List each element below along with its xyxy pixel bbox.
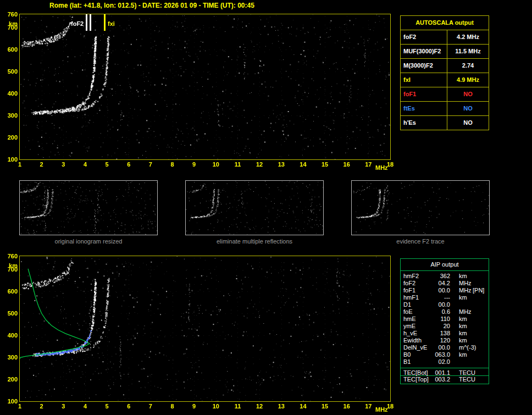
autoscala-param-value: NO bbox=[447, 87, 489, 101]
y-axis-tick-label: 760 bbox=[2, 11, 18, 18]
aip-param-unit: m^(-3) bbox=[459, 344, 476, 351]
y-axis-tick-label: 700 bbox=[2, 266, 18, 273]
thumbnail-caption-2: eliminate multiple reflections bbox=[185, 238, 324, 245]
x-axis-tick-label: 5 bbox=[101, 161, 114, 168]
y-axis-tick-label: 600 bbox=[2, 288, 18, 295]
aip-param-value: --- bbox=[420, 294, 450, 301]
fof2-marker-line bbox=[86, 14, 87, 31]
ionogram-canvas-top bbox=[20, 14, 390, 159]
aip-param-value: 02.0 bbox=[420, 358, 450, 366]
x-axis-tick-label: 11 bbox=[231, 403, 244, 410]
x-axis-tick-label: 2 bbox=[35, 403, 48, 410]
autoscala-param-name: h'Es bbox=[401, 116, 447, 130]
fxi-marker-label: fxi bbox=[108, 20, 115, 27]
aip-param-name: h_vE bbox=[403, 330, 417, 337]
aip-param-value: 120 bbox=[420, 337, 450, 344]
autoscala-row-h-es: h'EsNO bbox=[401, 116, 489, 130]
aip-param-name: foE bbox=[403, 308, 413, 316]
aip-output-box: AIP output hmF2362kmfoF204.2MHzfoF100.0M… bbox=[400, 258, 489, 376]
aip-param-value: 04.2 bbox=[420, 280, 450, 287]
y-axis-tick-label: 300 bbox=[2, 354, 18, 361]
aip-param-name: hmF2 bbox=[403, 273, 419, 280]
autoscala-param-value: 2.74 bbox=[447, 59, 489, 73]
x-axis-unit-label: MHz bbox=[375, 406, 388, 413]
aip-param-value: 00.0 bbox=[420, 301, 450, 308]
fof2-marker-label: foF2 bbox=[71, 20, 84, 27]
autoscala-param-value: 4.9 MHz bbox=[447, 73, 489, 87]
x-axis-tick-label: 5 bbox=[101, 403, 114, 410]
x-axis-tick-label: 17 bbox=[362, 161, 375, 168]
aip-param-value: 003.2 bbox=[420, 376, 450, 383]
aip-row-fof1: foF100.0MHz[PN] bbox=[401, 287, 489, 294]
aip-tec-bottom-row: TEC[Bot]001.1TECU bbox=[401, 368, 489, 377]
thumbnail-original-ionogram bbox=[19, 180, 158, 235]
aip-param-unit: km bbox=[459, 273, 467, 280]
aip-param-name: foF2 bbox=[403, 280, 415, 287]
x-axis-tick-label: 17 bbox=[362, 403, 375, 410]
x-axis-unit-label: MHz bbox=[375, 164, 388, 171]
y-axis-unit-label: km bbox=[2, 262, 18, 269]
x-axis-tick-label: 1 bbox=[13, 403, 26, 410]
y-axis-tick-label: 500 bbox=[2, 68, 18, 75]
x-axis-tick-label: 14 bbox=[296, 403, 309, 410]
thumbnail-canvas-2 bbox=[186, 181, 323, 235]
y-axis-tick-label: 200 bbox=[2, 376, 18, 383]
y-axis-tick-label: 600 bbox=[2, 46, 18, 53]
aip-param-name: B1 bbox=[403, 358, 411, 366]
page-title: Rome (lat: +41.8, lon: 012.5) - DATE: 20… bbox=[49, 2, 254, 9]
aip-param-value: 063.0 bbox=[420, 351, 450, 358]
x-axis-tick-label: 15 bbox=[318, 161, 331, 168]
x-axis-tick-label: 12 bbox=[253, 403, 266, 410]
aip-param-unit: km bbox=[459, 330, 467, 337]
y-axis-tick-label: 100 bbox=[2, 398, 18, 405]
aip-row-foe: foE0.6MHz bbox=[401, 308, 489, 316]
x-axis-tick-label: 9 bbox=[187, 161, 201, 168]
aip-param-name: Ewidth bbox=[403, 337, 422, 344]
autoscala-param-name: ftEs bbox=[401, 102, 447, 115]
aip-param-value: 138 bbox=[420, 330, 450, 337]
autoscala-param-name: MUF(3000)F2 bbox=[401, 45, 447, 58]
aip-param-name: B0 bbox=[403, 351, 411, 358]
x-axis-tick-label: 6 bbox=[122, 403, 135, 410]
y-axis-tick-label: 760 bbox=[2, 253, 18, 259]
autoscala-param-value: 11.5 MHz bbox=[447, 45, 489, 58]
x-axis-tick-label: 4 bbox=[79, 403, 92, 410]
thumbnail-canvas-1 bbox=[20, 181, 157, 235]
autoscala-param-value: 4.2 MHz bbox=[447, 30, 489, 44]
x-axis-tick-label: 1 bbox=[13, 161, 26, 168]
x-axis-tick-label: 10 bbox=[209, 161, 223, 168]
y-axis-tick-label: 400 bbox=[2, 90, 18, 97]
x-axis-tick-label: 11 bbox=[231, 161, 244, 168]
aip-row-b1: B102.0 bbox=[401, 358, 489, 366]
y-axis-tick-label: 300 bbox=[2, 112, 18, 119]
ionogram-plot-bottom bbox=[19, 256, 391, 402]
ionogram-canvas-bottom bbox=[20, 256, 390, 401]
autoscala-param-name: foF2 bbox=[401, 30, 447, 44]
autoscala-row-m-3000-f2: M(3000)F22.74 bbox=[401, 59, 489, 73]
aip-param-unit: km bbox=[459, 294, 467, 301]
aip-param-name: foF1 bbox=[403, 287, 415, 294]
autoscala-row-ftes: ftEsNO bbox=[401, 102, 489, 116]
aip-row-hmf2: hmF2362km bbox=[401, 273, 489, 280]
aip-param-value: 362 bbox=[420, 273, 450, 280]
aip-row-hme: hmE110km bbox=[401, 316, 489, 323]
x-axis-tick-label: 7 bbox=[144, 161, 157, 168]
aip-box-title: AIP output bbox=[401, 259, 489, 271]
autoscala-param-value: NO bbox=[447, 116, 489, 130]
thumbnail-evidence-f2-trace bbox=[351, 180, 490, 235]
x-axis-tick-label: 8 bbox=[166, 161, 179, 168]
autoscala-param-name: fxI bbox=[401, 73, 447, 87]
aip-row-d1: D100.0 bbox=[401, 301, 489, 308]
autoscala-param-name: M(3000)F2 bbox=[401, 59, 447, 73]
x-axis-tick-label: 3 bbox=[57, 161, 70, 168]
aip-tec-top-row: TEC[Top]003.2TECU bbox=[400, 376, 489, 384]
aip-param-value: 00.0 bbox=[420, 287, 450, 294]
aip-row-fof2: foF204.2MHz bbox=[401, 280, 489, 287]
aip-param-note: [PN] bbox=[473, 287, 484, 294]
thumbnail-eliminate-reflections bbox=[185, 180, 324, 235]
x-axis-tick-label: 4 bbox=[79, 161, 92, 168]
x-axis-tick-label: 7 bbox=[144, 403, 157, 410]
x-axis-tick-label: 16 bbox=[340, 403, 353, 410]
x-axis-tick-label: 8 bbox=[166, 403, 179, 410]
thumbnail-canvas-3 bbox=[352, 181, 489, 235]
